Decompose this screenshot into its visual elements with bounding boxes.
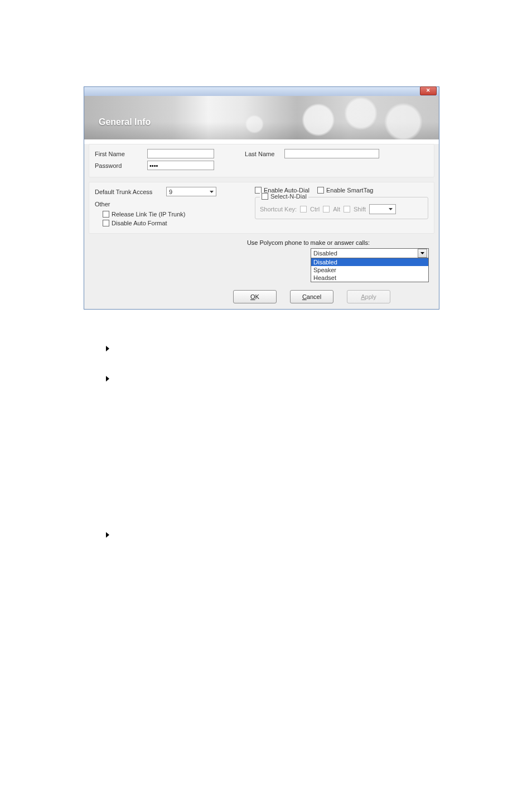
banner: General Info xyxy=(84,96,439,139)
apply-button[interactable]: Apply xyxy=(347,290,390,303)
shortcut-shift-label: Shift xyxy=(354,206,366,213)
polycom-option-speaker[interactable]: Speaker xyxy=(311,266,428,274)
ok-accel: O xyxy=(250,293,255,300)
chevron-down-icon xyxy=(418,249,427,258)
options-panel: Default Trunk Access 9 Other Release Lin… xyxy=(89,182,434,234)
dialog-title: General Info xyxy=(99,117,151,127)
svg-marker-2 xyxy=(420,252,424,254)
polycom-label: Use Polycom phone to make or answer call… xyxy=(247,239,370,246)
first-name-label: First Name xyxy=(95,151,144,157)
last-name-input[interactable] xyxy=(284,149,379,158)
polycom-section: Use Polycom phone to make or answer call… xyxy=(89,239,434,286)
release-link-tie-checkbox[interactable] xyxy=(103,211,109,218)
polycom-selected-value: Disabled xyxy=(313,250,337,257)
chevron-down-icon xyxy=(388,206,394,213)
ok-text: K xyxy=(255,293,259,300)
polycom-option-disabled[interactable]: Disabled xyxy=(311,258,428,266)
bullet-icon xyxy=(106,376,109,382)
shortcut-alt-checkbox[interactable] xyxy=(323,206,330,213)
select-n-dial-label: Select-N-Dial xyxy=(270,193,307,200)
cancel-text: ancel xyxy=(307,293,321,300)
default-trunk-select[interactable]: 9 xyxy=(166,187,216,196)
page-bullets xyxy=(106,346,532,382)
disable-auto-format-label: Disable Auto Format xyxy=(112,220,167,226)
polycom-combobox-list: Disabled Speaker Headset xyxy=(311,258,429,282)
default-trunk-label: Default Trunk Access xyxy=(95,189,161,195)
shortcut-shift-checkbox[interactable] xyxy=(344,206,350,213)
enable-smarttag-checkbox[interactable] xyxy=(317,187,324,194)
close-button[interactable]: ✕ xyxy=(420,86,437,95)
svg-marker-1 xyxy=(389,208,393,210)
general-info-dialog: ✕ General Info First Name Last Name Pass… xyxy=(84,86,439,310)
select-n-dial-group: Select-N-Dial Shortcut Key: Ctrl Alt Shi… xyxy=(255,197,428,219)
apply-accel: A xyxy=(361,293,365,300)
polycom-option-headset[interactable]: Headset xyxy=(311,274,428,282)
cancel-accel: C xyxy=(302,293,307,300)
password-label: Password xyxy=(95,162,144,169)
shortcut-ctrl-label: Ctrl xyxy=(310,206,320,213)
last-name-label: Last Name xyxy=(245,151,281,157)
close-icon: ✕ xyxy=(426,88,431,93)
other-section-label: Other xyxy=(95,201,255,207)
shortcut-alt-label: Alt xyxy=(333,206,340,213)
cancel-button[interactable]: Cancel xyxy=(290,290,333,303)
enable-smarttag-label: Enable SmartTag xyxy=(326,187,373,194)
page-bullets-2 xyxy=(106,532,532,538)
apply-text: pply xyxy=(365,293,376,300)
polycom-combobox[interactable]: Disabled Disabled Speaker Headset xyxy=(311,248,429,282)
name-password-panel: First Name Last Name Password xyxy=(89,144,434,177)
shortcut-key-select[interactable] xyxy=(369,204,396,214)
release-link-tie-label: Release Link Tie (IP Trunk) xyxy=(112,211,185,218)
content-area: First Name Last Name Password D xyxy=(84,144,439,309)
default-trunk-value: 9 xyxy=(169,189,172,195)
password-input[interactable] xyxy=(147,161,214,170)
bullet-icon xyxy=(106,532,109,538)
first-name-input[interactable] xyxy=(147,149,214,158)
shortcut-ctrl-checkbox[interactable] xyxy=(300,206,307,213)
disable-auto-format-checkbox[interactable] xyxy=(103,220,109,226)
svg-marker-0 xyxy=(210,191,214,193)
chevron-down-icon xyxy=(209,189,215,195)
titlebar: ✕ xyxy=(84,87,439,96)
shortcut-key-label: Shortcut Key: xyxy=(260,206,297,213)
polycom-combobox-selected[interactable]: Disabled xyxy=(311,248,429,258)
bullet-icon xyxy=(106,346,109,351)
ok-button[interactable]: OK xyxy=(233,290,277,303)
dialog-buttons: OK Cancel Apply xyxy=(185,286,439,309)
select-n-dial-checkbox[interactable] xyxy=(262,193,268,200)
